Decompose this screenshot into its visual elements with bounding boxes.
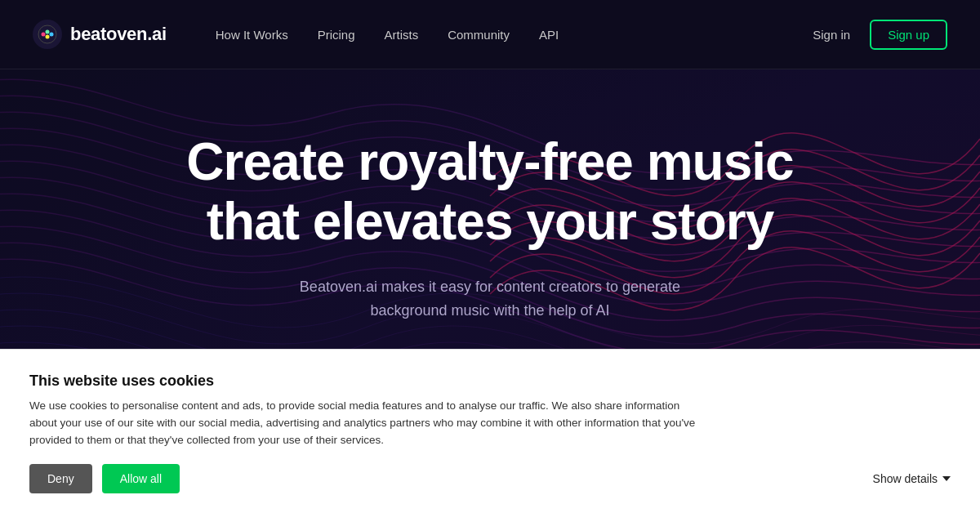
show-details-button[interactable]: Show details — [873, 472, 951, 485]
nav-right: Sign in Sign up — [813, 20, 947, 50]
cookie-title: This website uses cookies — [29, 372, 951, 390]
logo-icon — [33, 20, 62, 49]
cookie-actions: Deny Allow all Show details — [29, 464, 951, 493]
logo-area[interactable]: beatoven.ai — [33, 20, 167, 49]
nav-api[interactable]: API — [539, 28, 559, 42]
nav-pricing[interactable]: Pricing — [318, 28, 355, 42]
svg-point-3 — [46, 30, 50, 34]
hero-subtitle: Beatoven.ai makes it easy for content cr… — [270, 275, 710, 323]
navbar: beatoven.ai How It Works Pricing Artists… — [0, 0, 980, 69]
cookie-body: We use cookies to personalise content an… — [29, 398, 699, 449]
brand-name: beatoven.ai — [70, 24, 167, 45]
nav-how-it-works[interactable]: How It Works — [216, 28, 288, 42]
svg-point-4 — [50, 33, 54, 37]
deny-button[interactable]: Deny — [29, 464, 92, 493]
hero-title: Create royalty-free music that elevates … — [139, 132, 841, 252]
sign-in-button[interactable]: Sign in — [813, 28, 850, 42]
show-details-label: Show details — [873, 472, 938, 485]
cookie-banner: This website uses cookies We use cookies… — [0, 349, 980, 513]
svg-point-1 — [38, 25, 56, 43]
nav-community[interactable]: Community — [448, 28, 510, 42]
nav-artists[interactable]: Artists — [385, 28, 419, 42]
nav-links: How It Works Pricing Artists Community A… — [216, 28, 813, 42]
svg-point-5 — [46, 35, 50, 39]
chevron-down-icon — [942, 476, 951, 481]
allow-all-button[interactable]: Allow all — [102, 464, 180, 493]
sign-up-button[interactable]: Sign up — [870, 20, 947, 50]
svg-point-2 — [42, 33, 46, 37]
